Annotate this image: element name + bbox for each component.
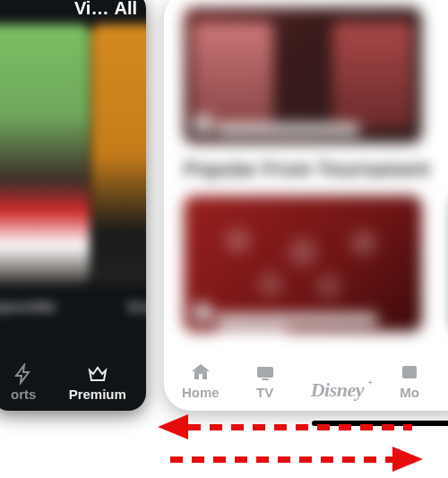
svg-rect-0 [257,367,273,378]
poster-thumbnail[interactable] [91,24,146,284]
poster-row[interactable] [0,24,146,302]
poster-thumbnail[interactable] [0,24,90,284]
right-bottom-nav: Home TV Disney Mo [164,361,448,400]
svg-rect-2 [402,366,417,378]
nav-label: Mo [400,385,419,400]
vi-label: Vi… [74,0,109,19]
lightning-icon [12,363,35,385]
nav-label: Home [182,385,220,400]
video-caption [216,314,377,325]
nav-item-home[interactable]: Home [182,361,220,400]
left-bottom-nav: orts Premium [0,354,146,402]
poster-captions: Impossible #Leh [0,299,146,314]
nav-item-sports[interactable]: orts [11,363,36,402]
nav-item-disney[interactable]: Disney [311,377,364,400]
movies-icon [398,361,421,383]
left-header: Vi… All [0,0,146,24]
play-icon[interactable] [193,303,212,323]
nav-item-movies[interactable]: Mo [398,361,421,400]
tv-icon [254,361,277,383]
poster-caption: Impossible [0,299,56,314]
poster-caption: #Leh [127,299,146,314]
disney-plus-logo: Disney [311,378,364,402]
video-caption [216,124,359,135]
nav-label: Premium [69,387,126,402]
video-caption [216,328,288,332]
home-indicator[interactable] [312,421,448,426]
video-card[interactable] [184,7,422,143]
home-icon [189,361,212,383]
svg-rect-1 [262,378,269,380]
nav-label: orts [11,387,36,402]
video-card[interactable] [184,196,422,332]
crown-icon [86,363,109,385]
arrowhead-right-icon [392,447,423,472]
arrowhead-left-icon [158,414,188,439]
play-icon[interactable] [193,115,212,135]
left-app-card: Vi… All Impossible #Leh orts Premium [0,0,146,411]
nav-item-premium[interactable]: Premium [69,363,126,402]
section-title: Popular From Tournament [184,158,430,181]
view-all-link[interactable]: All [114,0,137,19]
nav-item-tv[interactable]: TV [254,361,277,400]
nav-label: TV [256,385,273,400]
right-app-card: Popular From Tournament Home TV Disney [164,0,448,411]
